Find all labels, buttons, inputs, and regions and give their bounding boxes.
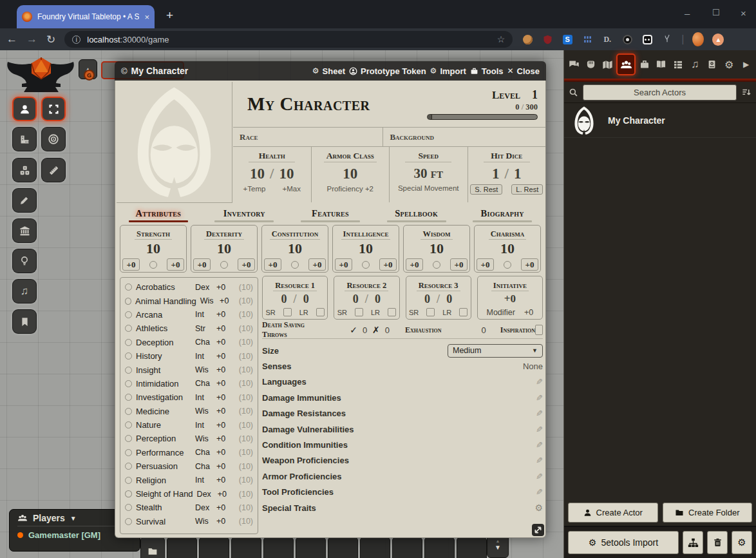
skill-proficiency-radio[interactable] <box>125 339 132 346</box>
measure-tool-button[interactable] <box>12 127 37 151</box>
sheet-tab[interactable]: Biography <box>459 204 545 224</box>
resource-max[interactable]: 0 <box>303 293 309 306</box>
window-minimize-button[interactable]: – <box>685 8 690 19</box>
hp-max[interactable]: 10 <box>279 166 294 182</box>
resource-max[interactable]: 0 <box>446 293 452 306</box>
hd-current[interactable]: 1 <box>492 166 500 182</box>
edit-icon[interactable]: ✎ <box>536 425 543 434</box>
save-proficiency-radio[interactable] <box>149 261 157 269</box>
ability-save[interactable]: +0 <box>379 258 397 271</box>
macro-slot[interactable] <box>231 537 261 558</box>
sidebar-expand-button[interactable]: ▶ <box>738 55 755 74</box>
walls-tool-button[interactable] <box>12 218 37 243</box>
tab-combat[interactable] <box>583 55 600 74</box>
drawing-tool-button[interactable] <box>12 188 37 213</box>
skill-proficiency-radio[interactable] <box>125 298 131 305</box>
ability-score[interactable]: 10 <box>120 240 186 257</box>
skill-proficiency-radio[interactable] <box>125 490 132 497</box>
xp-text[interactable]: 0 / 300 <box>422 102 538 112</box>
actor-name[interactable]: My Character <box>608 115 665 126</box>
forward-icon[interactable]: → <box>26 33 37 46</box>
document-id-icon[interactable]: © <box>121 66 128 76</box>
url-bar[interactable]: i localhost:30000/game ☆ <box>64 31 513 48</box>
inspiration-checkbox[interactable] <box>535 325 543 335</box>
macro-slot[interactable] <box>360 537 390 558</box>
gear-icon[interactable]: ⚙ <box>534 503 543 513</box>
detail-field-input[interactable] <box>439 132 546 142</box>
death-success-icon[interactable]: ✓ <box>350 325 357 335</box>
skill-proficiency-radio[interactable] <box>125 284 132 291</box>
skill-proficiency-radio[interactable] <box>125 380 132 387</box>
long-rest-checkbox[interactable] <box>388 308 396 316</box>
long-rest-checkbox[interactable] <box>459 308 468 316</box>
ability-save[interactable]: +0 <box>167 258 184 271</box>
hp-tempmax-label[interactable]: +Max <box>282 185 300 193</box>
skill-proficiency-radio[interactable] <box>125 408 132 415</box>
skill-name[interactable]: Athletics <box>136 323 191 333</box>
window-close-button[interactable]: × <box>741 8 746 19</box>
short-rest-checkbox[interactable] <box>283 308 292 316</box>
skill-proficiency-radio[interactable] <box>125 421 132 428</box>
save-proficiency-radio[interactable] <box>504 261 511 269</box>
macro-slot[interactable] <box>457 537 487 558</box>
death-success-count[interactable]: 0 <box>363 325 367 335</box>
skill-name[interactable]: Persuasion <box>136 461 191 471</box>
tab-actors[interactable] <box>616 53 636 75</box>
settings-button[interactable]: ⚙ <box>732 531 752 554</box>
save-proficiency-radio[interactable] <box>291 261 299 269</box>
edit-icon[interactable]: ✎ <box>536 487 543 497</box>
macro-folder-button[interactable] <box>140 537 165 558</box>
edit-icon[interactable]: ✎ <box>536 456 543 465</box>
skill-name[interactable]: Performance <box>136 448 191 457</box>
resource-value[interactable]: 0 <box>353 293 359 306</box>
s-extension-icon[interactable]: S <box>562 34 573 45</box>
ability-mod[interactable]: +0 <box>406 258 423 271</box>
save-proficiency-radio[interactable] <box>362 261 370 269</box>
lighting-tool-button[interactable] <box>12 249 37 273</box>
tab-compendium[interactable] <box>704 55 721 74</box>
tab-settings[interactable]: ⚙ <box>721 55 737 74</box>
eye-extension-icon[interactable] <box>621 34 633 45</box>
prototype-token-button[interactable]: Prototype Token <box>349 66 426 76</box>
target-tool-button[interactable] <box>41 127 66 151</box>
hp-temp-label[interactable]: +Temp <box>243 185 266 193</box>
skill-proficiency-radio[interactable] <box>125 394 132 401</box>
macro-slot[interactable] <box>296 537 326 558</box>
short-rest-checkbox[interactable] <box>355 308 363 316</box>
skill-proficiency-radio[interactable] <box>125 477 132 484</box>
window-resize-handle[interactable] <box>532 524 544 536</box>
create-folder-button[interactable]: Create Folder <box>663 503 753 523</box>
skill-proficiency-radio[interactable] <box>125 449 132 456</box>
macro-slot[interactable] <box>424 537 455 558</box>
tools-button[interactable]: Tools <box>470 66 504 76</box>
resource-title[interactable]: Resource 1 <box>273 281 317 291</box>
delete-button[interactable] <box>707 531 728 554</box>
skill-name[interactable]: Sleight of Hand <box>136 489 193 499</box>
sheet-tab[interactable]: Inventory <box>202 204 288 224</box>
ability-mod[interactable]: +0 <box>477 258 494 271</box>
darkreader-extension-icon[interactable] <box>641 34 653 45</box>
macro-slot[interactable] <box>199 537 229 558</box>
death-failure-count[interactable]: 0 <box>385 325 390 335</box>
skill-name[interactable]: Arcana <box>136 310 191 320</box>
ability-save[interactable]: +0 <box>238 258 255 271</box>
ability-name[interactable]: Dexterity <box>204 229 244 240</box>
skill-proficiency-radio[interactable] <box>125 367 132 374</box>
tab-chat[interactable] <box>565 55 582 74</box>
skill-name[interactable]: Medicine <box>136 407 191 416</box>
skill-proficiency-radio[interactable] <box>125 311 132 318</box>
skill-name[interactable]: Religion <box>136 476 191 485</box>
sheet-tab[interactable]: Attributes <box>115 204 202 224</box>
skill-proficiency-radio[interactable] <box>125 504 132 511</box>
resource-value[interactable]: 0 <box>424 293 430 306</box>
sort-filter-icon[interactable] <box>741 88 751 97</box>
sheet-config-button[interactable]: ⚙Sheet <box>312 66 345 76</box>
edit-icon[interactable]: ✎ <box>536 393 543 403</box>
profile-avatar[interactable] <box>692 34 704 45</box>
save-proficiency-radio[interactable] <box>433 261 440 269</box>
close-window-button[interactable]: ✕Close <box>507 66 540 76</box>
back-icon[interactable]: ← <box>6 33 17 46</box>
notes-tool-button[interactable] <box>12 309 37 334</box>
foundry-anvil-logo[interactable] <box>5 54 77 97</box>
edit-icon[interactable]: ✎ <box>536 472 543 481</box>
